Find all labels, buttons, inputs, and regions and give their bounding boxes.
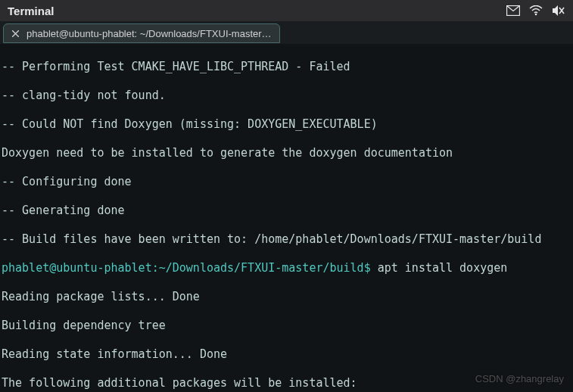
svg-point-1 xyxy=(535,14,537,16)
tab-bar: phablet@ubuntu-phablet: ~/Downloads/FTXU… xyxy=(0,21,573,44)
app-title: Terminal xyxy=(8,5,54,17)
volume-muted-icon[interactable] xyxy=(552,5,565,17)
output-line: Reading package lists... Done xyxy=(2,290,571,304)
output-line: -- Configuring done xyxy=(2,175,571,189)
shell-prompt: phablet@ubuntu-phablet:~/Downloads/FTXUI… xyxy=(2,261,371,275)
status-icons xyxy=(506,5,565,17)
output-line: Reading state information... Done xyxy=(2,347,571,362)
output-line: -- Performing Test CMAKE_HAVE_LIBC_PTHRE… xyxy=(2,60,571,74)
terminal-output[interactable]: -- Performing Test CMAKE_HAVE_LIBC_PTHRE… xyxy=(0,44,573,392)
output-line: -- Generating done xyxy=(2,204,571,218)
command-text: apt install doxygen xyxy=(378,261,508,275)
output-line: The following additional packages will b… xyxy=(2,376,571,390)
tab-title: phablet@ubuntu-phablet: ~/Downloads/FTXU… xyxy=(26,28,272,39)
output-line: -- Build files have been written to: /ho… xyxy=(2,232,571,247)
terminal-tab[interactable]: phablet@ubuntu-phablet: ~/Downloads/FTXU… xyxy=(3,23,280,43)
close-icon[interactable] xyxy=(11,30,19,37)
app-header: Terminal xyxy=(0,0,573,21)
output-line: Building dependency tree xyxy=(2,319,571,333)
wifi-icon[interactable] xyxy=(529,5,543,16)
output-line: -- clang-tidy not found. xyxy=(2,89,571,103)
prompt-line: phablet@ubuntu-phablet:~/Downloads/FTXUI… xyxy=(2,261,571,275)
output-line: -- Could NOT find Doxygen (missing: DOXY… xyxy=(2,117,571,132)
output-line: Doxygen need to be installed to generate… xyxy=(2,146,571,160)
mail-icon[interactable] xyxy=(506,5,520,16)
